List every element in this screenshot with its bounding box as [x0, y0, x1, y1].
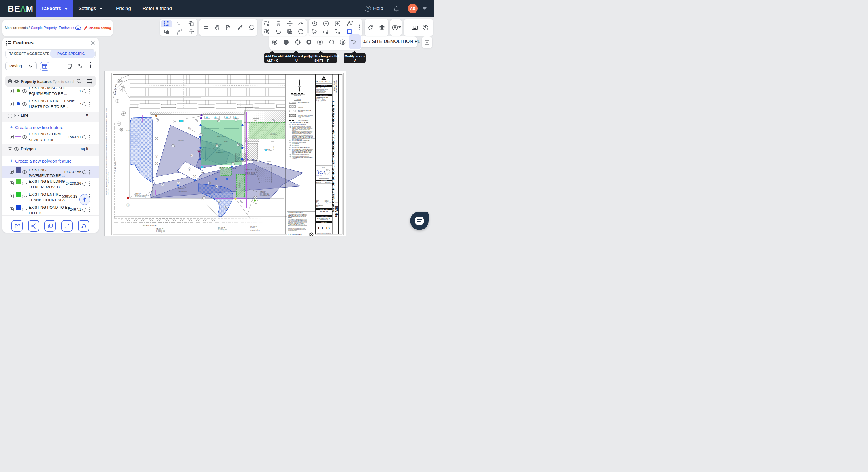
svg-text:Includes Xref(s): X=TOPO.dwg,: Includes Xref(s): X=TOPO.dwg, X=SITE.dwg… — [107, 172, 109, 195]
svg-text:5: 5 — [156, 156, 157, 157]
svg-text:BWR: BWR — [316, 201, 319, 202]
svg-text:Quality Control: Quality Control — [324, 202, 331, 204]
svg-text:REMOVED: REMOVED — [298, 111, 303, 112]
svg-text:FL 3″ PVC (N) 100.21: FL 3″ PVC (N) 100.21 — [218, 231, 228, 232]
svg-text:6: 6 — [209, 182, 210, 184]
svg-text:CIVIL ENGINEER: CIVIL ENGINEER — [320, 95, 329, 96]
svg-text:FL 24″ RCP (E) 97.78: FL 24″ RCP (E) 97.78 — [250, 230, 260, 231]
svg-text:TO BE REMOVED: TO BE REMOVED — [292, 145, 299, 146]
svg-text:6: 6 — [128, 130, 129, 131]
svg-text:5: 5 — [156, 163, 157, 164]
svg-text:F=24281: F=24281 — [322, 167, 326, 169]
svg-text:NEW CANEY HIGH SCHOOL EXTRACUR: NEW CANEY HIGH SCHOOL EXTRACURRICULAR IM… — [332, 100, 335, 212]
svg-text:SHED: SHED — [274, 142, 277, 144]
svg-text:1: 1 — [233, 163, 234, 165]
svg-text:Project Engineer: Project Engineer — [316, 205, 323, 206]
svg-text:4: 4 — [273, 147, 274, 149]
svg-text:BAND TOWER: BAND TOWER — [199, 150, 206, 152]
svg-text:LIMITS OF CLEARING: LIMITS OF CLEARING — [298, 120, 308, 121]
svg-text:EXISTING POWER POLE TO BE REMO: EXISTING POWER POLE TO BE REMOVED — [292, 154, 309, 156]
svg-text:KEYED NOTES TO SHEET:: KEYED NOTES TO SHEET: — [290, 122, 309, 123]
svg-text:PROJECT NO.: PROJECT NO. — [320, 209, 328, 210]
svg-text:BWR: BWR — [316, 206, 319, 208]
svg-text:EXISTING WATER METER TO BE REM: EXISTING WATER METER TO BE REMOVED. — [292, 140, 310, 141]
svg-text:PHASE III: PHASE III — [335, 201, 338, 217]
svg-text:6: 6 — [204, 197, 205, 199]
svg-text:S86°44′01″W 1830.46′: S86°44′01″W 1830.46′ — [143, 225, 157, 226]
svg-text:5: 5 — [217, 145, 218, 146]
svg-text:ONE STORY: ONE STORY — [239, 183, 241, 188]
svg-text:6: 6 — [226, 207, 227, 208]
svg-text:EXISTING STORM SEWER TO BE REM: EXISTING STORM SEWER TO BE REMOVED — [292, 147, 310, 148]
svg-text:IN PER SHEETS C2.01 &: IN PER SHEETS C2.01 & — [298, 116, 310, 117]
svg-text:5: 5 — [156, 138, 157, 139]
svg-text:COPYRIGHT © 2024 VLK ARCHIT: COPYRIGHT © 2024 VLK ARCHITECTS — [317, 233, 331, 235]
svg-text:4: 4 — [218, 120, 219, 122]
svg-text:SCALE: 1″= 30′: SCALE: 1″= 30′ — [294, 95, 301, 96]
svg-text:Designer: Designer — [316, 202, 320, 204]
svg-text:UTILITY ONE CALL: UTILITY ONE CALL — [288, 233, 302, 235]
svg-text:LINK FENCE: LINK FENCE — [178, 140, 184, 141]
svg-text:LOCATION.: LOCATION. — [292, 158, 297, 160]
svg-text:FL 12″ HDP (NW) 99.48: FL 12″ HDP (NW) 99.48 — [245, 174, 256, 175]
svg-text:Revision Date: Revision Date — [326, 182, 331, 183]
svg-text:FL 15″ HDP (NW) 98.10: FL 15″ HDP (NW) 98.10 — [260, 195, 270, 196]
svg-text:Drawn By: Drawn By — [324, 200, 329, 201]
svg-text:www.taloncivil.com: www.taloncivil.com — [316, 101, 323, 102]
svg-text:EXISTING BUILDING TO BE: EXISTING BUILDING TO BE — [298, 110, 311, 111]
svg-text:REVISIONS: REVISIONS — [321, 180, 327, 181]
svg-text:Director: Director — [316, 200, 319, 201]
svg-text:6: 6 — [128, 204, 129, 206]
svg-text:REMOVED: REMOVED — [298, 107, 303, 108]
svg-text:EXISTING PAVEMENT TO BE: EXISTING PAVEMENT TO BE — [298, 105, 312, 107]
svg-text:128933: 128933 — [326, 172, 329, 173]
svg-text:BWR,JDK: BWR,JDK — [324, 201, 329, 202]
svg-text:POND TO BE RESHAPED AS SHOWN O: POND TO BE RESHAPED AS SHOWN ON SHEET — [292, 152, 311, 153]
svg-text:IRRIGATION EQUIPMENT & SPRINKL: IRRIGATION EQUIPMENT & SPRINKLER HEADS. — [292, 133, 311, 134]
svg-text:VLK Architects, Inc.: VLK Architects, Inc. — [316, 88, 326, 89]
svg-text:01|06|2025: 01|06|2025 — [316, 175, 322, 176]
svg-text:LEGEND:: LEGEND: — [294, 99, 301, 100]
svg-text:www.vlkarchitects.com: www.vlkarchitects.com — [316, 92, 325, 93]
svg-text:FL 24″ HDP (S) 97.95: FL 24″ HDP (S) 97.95 — [178, 191, 187, 192]
svg-text:ISSUED: 01/06/2025: ISSUED: 01/06/2025 — [319, 178, 329, 179]
svg-text:6: 6 — [258, 160, 259, 162]
svg-text:TENNIS COURTS: TENNIS COURTS — [216, 152, 224, 153]
svg-text:(FILLED WITH DEBRIS): (FILLED WITH DEBRIS) — [135, 196, 146, 198]
svg-text:4: 4 — [236, 119, 237, 121]
svg-text:N03°11′39″W 1126.17′: N03°11′39″W 1126.17′ — [115, 160, 116, 172]
svg-text:EXIST. UNDERGROUND: EXIST. UNDERGROUND — [298, 102, 309, 103]
svg-text:4: 4 — [157, 119, 158, 121]
svg-text:4: 4 — [216, 186, 217, 187]
svg-text:EXISTING POND TO BE FILLED: EXISTING POND TO BE FILLED — [298, 115, 313, 116]
svg-text:5: 5 — [238, 144, 239, 146]
svg-text:2: 2 — [189, 169, 190, 170]
svg-text:ARCHITECT: ARCHITECT — [321, 86, 327, 87]
svg-text:6: 6 — [241, 201, 242, 202]
svg-text:(SHEET 1 OF 2): (SHEET 1 OF 2) — [320, 219, 328, 221]
svg-text:TG=102.33: TG=102.33 — [219, 168, 224, 169]
svg-text:SHEET TITLE: SHEET TITLE — [321, 216, 328, 217]
svg-text:C1.03: C1.03 — [318, 225, 330, 230]
svg-text:10′ C.L.F.: 10′ C.L.F. — [224, 141, 228, 142]
svg-text:6: 6 — [273, 120, 274, 122]
svg-text:4: 4 — [255, 197, 256, 198]
svg-text:GRASS: GRASS — [201, 172, 205, 173]
svg-text:BWR: BWR — [316, 204, 319, 205]
svg-text:AND PRESERVE THESE UNDERGROUND: AND PRESERVE THESE UNDERGROUND UTILITIES… — [288, 225, 307, 226]
svg-text:NOTES TO CONTRACTOR:: NOTES TO CONTRACTOR: — [288, 212, 303, 214]
svg-text:1: 1 — [194, 176, 195, 177]
svg-text:23-155.00: 23-155.00 — [320, 211, 328, 213]
svg-text:BENCH: BENCH — [178, 117, 181, 119]
svg-text:C1.02.: C1.02. — [292, 153, 295, 154]
svg-text:NEW CANEY, TEXAS: NEW CANEY, TEXAS — [336, 80, 337, 93]
svg-text:UTILITIES TO BE REMOVED: UTILITIES TO BE REMOVED — [298, 103, 311, 105]
svg-text:AVAILABLE.: AVAILABLE. — [288, 217, 292, 218]
svg-text:METAL BUILDING: METAL BUILDING — [270, 134, 277, 135]
svg-text:1: 1 — [178, 182, 179, 183]
svg-text:9: 9 — [191, 155, 192, 156]
svg-text:4: 4 — [196, 120, 197, 122]
svg-text:NEW CANEY ISD: NEW CANEY ISD — [334, 80, 335, 91]
svg-text:6: 6 — [162, 184, 163, 186]
svg-text:02 Jan 2025, 2:15PM BrianReed: 02 Jan 2025, 2:15PM BrianReed C:\Users\B… — [106, 108, 107, 195]
